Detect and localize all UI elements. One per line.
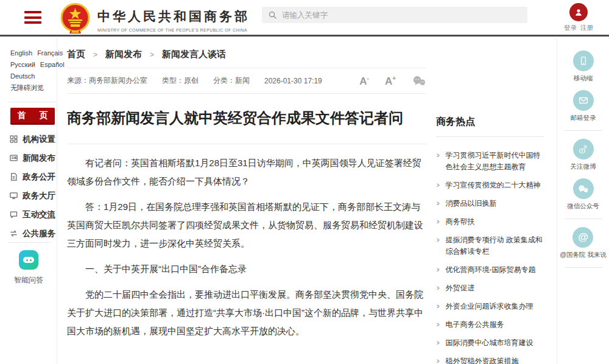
site-title-block: 中华人民共和国商务部 MINISTRY OF COMMERCE OF THE P…	[97, 8, 250, 32]
left-sidebar: English Français Русский Español Deutsch…	[0, 38, 57, 364]
article-paragraph: 有记者问：英国首相斯塔默1月28日至31日访华期间，中英两国领导人见证签署经贸领…	[67, 154, 426, 191]
chevron-right-icon: >	[437, 180, 440, 191]
sidebar-item-label: 新闻发布	[23, 153, 55, 164]
hot-topic-link[interactable]: >学习贯彻习近平新时代中国特色社会主义思想主题教育	[436, 150, 544, 173]
right-rail: 移动端 邮箱登录 关注微博 微信公众号 @ @国务院 我来说	[557, 38, 609, 364]
rail-item-label: 移动端	[573, 74, 594, 83]
divider	[67, 93, 426, 94]
rail-item-wechat[interactable]: 微信公众号	[567, 178, 599, 211]
sidebar-item-label: 政务大厅	[23, 191, 55, 201]
site-header: 中华人民共和国商务部 MINISTRY OF COMMERCE OF THE P…	[0, 0, 609, 37]
smart-qa-widget[interactable]: 智能问答	[0, 250, 57, 285]
hot-topic-link[interactable]: >外贸促进	[436, 282, 544, 294]
rail-item-mobile[interactable]: 移动端	[573, 51, 594, 83]
chevron-right-icon: >	[437, 282, 440, 294]
sidebar-menu: 机构设置 新闻发布 政务公开 政务大厅 互动交流 公共服务	[0, 130, 57, 243]
sidebar-item-orgs[interactable]: 机构设置	[0, 130, 57, 149]
chevron-right-icon: >	[437, 234, 440, 257]
login-link[interactable]: 登录	[564, 24, 577, 31]
font-increase-button[interactable]: A+	[385, 75, 396, 86]
user-avatar[interactable]	[569, 3, 588, 21]
sidebar-item-interaction[interactable]: 互动交流	[0, 205, 57, 224]
hot-topic-link[interactable]: >提振消费专项行动 政策集成和综合解读专栏	[436, 234, 544, 257]
breadcrumb-current[interactable]: 新闻发言人谈话	[162, 49, 226, 60]
site-title-en: MINISTRY OF COMMERCE OF THE PEOPLE'S REP…	[97, 28, 250, 32]
hot-topic-link[interactable]: >学习宣传贯彻党的二十大精神	[436, 180, 544, 191]
mail-icon	[573, 90, 594, 111]
hamburger-menu-icon[interactable]	[24, 11, 41, 24]
article-title: 商务部新闻发言人就中英经贸合作成果文件答记者问	[67, 107, 426, 130]
sidebar-item-gov-info[interactable]: 政务公开	[0, 167, 57, 186]
sidebar-home-button[interactable]: 首 页	[10, 108, 55, 125]
language-line[interactable]: Deutsch	[10, 71, 57, 82]
weibo-icon	[573, 139, 594, 159]
wechat-share-icon[interactable]	[412, 75, 426, 87]
robot-chat-icon	[19, 250, 38, 270]
breadcrumb-separator: >	[93, 51, 97, 59]
sidebar-item-label: 机构设置	[23, 134, 55, 145]
accessibility-link[interactable]: 无障碍浏览	[0, 82, 57, 93]
rail-item-mail[interactable]: 邮箱登录	[571, 90, 596, 122]
mobile-icon	[573, 51, 594, 71]
user-area: 登录注册	[564, 3, 593, 32]
rail-item-at-state-council[interactable]: @ @国务院 我来说	[560, 227, 607, 259]
monitor-icon	[9, 191, 18, 200]
breadcrumb: 首页 > 新闻发布 > 新闻发言人谈话	[67, 38, 426, 60]
main-content: 首页 > 新闻发布 > 新闻发言人谈话 来源：商务部新闻办公室 类型：原创 分类…	[67, 38, 426, 340]
divider	[67, 144, 426, 144]
breadcrumb-separator: >	[150, 51, 154, 59]
hot-topics-panel: 商务热点 >学习贯彻习近平新时代中国特色社会主义思想主题教育 >学习宣传贯彻党的…	[436, 116, 544, 364]
org-grid-icon	[9, 135, 18, 144]
sidebar-item-service-hall[interactable]: 政务大厅	[0, 186, 57, 205]
divider	[565, 219, 602, 219]
chevron-right-icon: >	[437, 337, 440, 349]
sidebar-item-label: 互动交流	[23, 209, 55, 220]
meta-category: 分类：新闻	[213, 75, 250, 86]
article-paragraph: 答：1月29日，在国务院总理李强和英国首相塔斯默的见证下，商务部部长王文涛与英国…	[67, 198, 426, 253]
article-meta: 来源：商务部新闻办公室 类型：原创 分类：新闻 2026-01-30 17:19…	[67, 68, 426, 93]
language-links: English Français Русский Español Deutsch	[0, 38, 57, 82]
national-emblem-logo	[60, 3, 90, 34]
breadcrumb-news[interactable]: 新闻发布	[105, 49, 142, 60]
meta-datetime: 2026-01-30 17:19	[264, 77, 322, 85]
sidebar-item-news[interactable]: 新闻发布	[0, 149, 57, 167]
wechat-icon	[573, 178, 594, 199]
rail-item-label: 关注微博	[571, 163, 596, 171]
search-icon	[268, 10, 277, 19]
chevron-right-icon: >	[437, 198, 440, 209]
hot-topic-link[interactable]: >稳外贸稳外资政策措施	[436, 355, 544, 364]
hot-topic-link[interactable]: >电子商务公共服务	[436, 319, 544, 331]
article-body: 有记者问：英国首相斯塔默1月28日至31日访华期间，中英两国领导人见证签署经贸领…	[67, 154, 426, 340]
site-title-cn: 中华人民共和国商务部	[97, 8, 250, 25]
hot-topics-title: 商务热点	[436, 116, 544, 128]
breadcrumb-home[interactable]: 首页	[67, 49, 85, 60]
exchange-arrows-icon	[9, 229, 18, 238]
search-box[interactable]	[262, 7, 527, 23]
chat-bubble-icon	[9, 210, 18, 219]
sidebar-item-public-service[interactable]: 公共服务	[0, 224, 57, 243]
newspaper-icon	[9, 153, 18, 163]
hot-topic-link[interactable]: >国际消费中心城市培育建设	[436, 337, 544, 349]
chevron-right-icon: >	[437, 355, 440, 364]
hot-topic-link[interactable]: >外资企业问题诉求收集办理	[436, 301, 544, 312]
rail-item-weibo[interactable]: 关注微博	[571, 139, 596, 171]
sidebar-item-label: 公共服务	[23, 228, 55, 239]
language-line[interactable]: Русский Español	[10, 59, 57, 71]
divider	[565, 130, 602, 131]
divider	[436, 136, 544, 137]
document-icon	[9, 172, 18, 181]
font-decrease-button[interactable]: A-	[359, 75, 369, 86]
rail-item-label: 邮箱登录	[571, 114, 596, 122]
hot-topic-link[interactable]: >消费品以旧换新	[436, 198, 544, 209]
smart-qa-label: 智能问答	[0, 275, 57, 285]
divider	[565, 267, 602, 268]
language-line[interactable]: English Français	[10, 47, 57, 59]
search-input[interactable]	[282, 11, 521, 19]
divider	[9, 102, 57, 102]
article-paragraph: 党的二十届四中全会指出，要推动进出口平衡发展。商务部坚决贯彻党中央、国务院关于扩…	[67, 285, 426, 340]
register-link[interactable]: 注册	[580, 24, 593, 31]
hot-topic-link[interactable]: >优化营商环境-国际贸易专题	[436, 264, 544, 276]
at-icon: @	[572, 227, 593, 248]
hot-topic-link[interactable]: >商务帮扶	[436, 216, 544, 228]
rail-item-label: 微信公众号	[567, 202, 599, 211]
